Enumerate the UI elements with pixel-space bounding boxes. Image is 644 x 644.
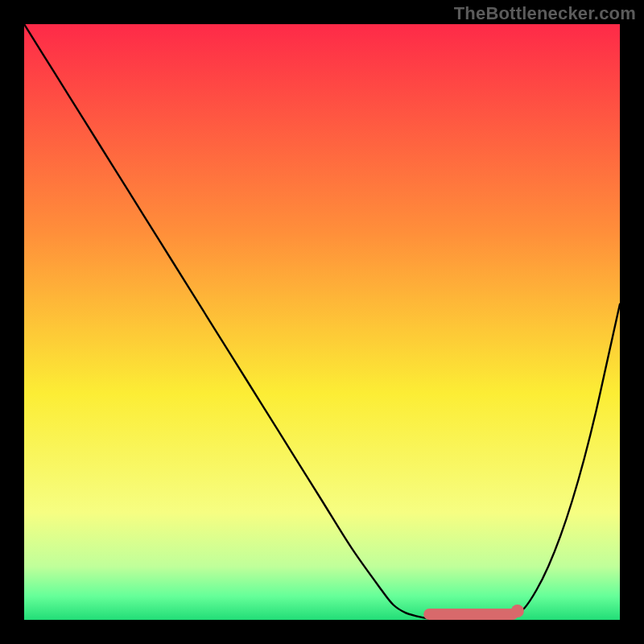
chart-stage: TheBottlenecker.com <box>0 0 644 644</box>
source-attribution: TheBottlenecker.com <box>454 3 636 24</box>
gradient-plot-area <box>24 24 620 620</box>
minimum-end-dot <box>511 605 524 617</box>
bottleneck-chart <box>24 24 620 620</box>
